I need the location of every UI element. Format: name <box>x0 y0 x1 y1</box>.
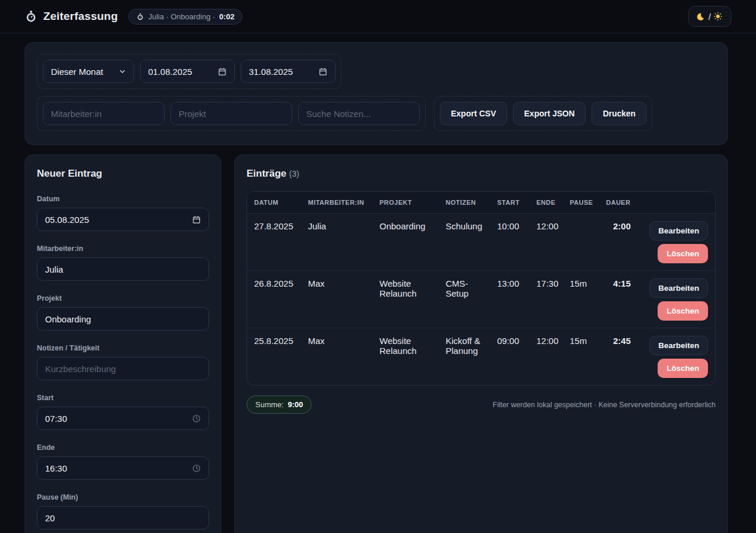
date-to-input[interactable] <box>241 60 336 83</box>
col-header-start: START <box>490 192 529 214</box>
stopwatch-icon <box>25 10 37 23</box>
field-label: Start <box>37 394 209 402</box>
projekt-input[interactable] <box>37 307 209 331</box>
theme-separator: / <box>709 12 711 22</box>
field-mitarbeiter: Mitarbeiter:in <box>37 245 209 281</box>
date-from-input[interactable] <box>140 60 235 83</box>
cell-pause: 15m <box>563 271 599 328</box>
search-notes-input[interactable] <box>298 102 420 125</box>
text-filter-group <box>37 96 426 131</box>
col-header-actions <box>639 192 715 214</box>
field-projekt: Projekt <box>37 294 209 331</box>
app-brand: Zeiterfassung <box>25 10 118 23</box>
datum-input[interactable] <box>37 208 209 231</box>
col-header-dauer: DAUER <box>599 192 639 214</box>
col-header-mitarbeiter: MITARBEITER:IN <box>301 192 372 214</box>
start-input[interactable] <box>37 407 209 430</box>
cell-ende: 12:00 <box>529 328 563 386</box>
notizen-input[interactable] <box>37 357 209 380</box>
col-header-datum: DATUM <box>247 192 301 214</box>
table-header-row: DATUM MITARBEITER:IN PROJEKT NOTIZEN STA… <box>247 192 715 214</box>
session-label: Julia · Onboarding · <box>148 12 215 21</box>
moon-icon <box>697 12 706 21</box>
mitarbeiter-input[interactable] <box>37 257 209 281</box>
entries-table: DATUM MITARBEITER:IN PROJEKT NOTIZEN STA… <box>247 191 716 386</box>
sum-value: 9:00 <box>288 400 303 409</box>
date-to-value[interactable] <box>249 67 313 77</box>
table-row: 27.8.2025 Julia Onboarding Schulung 10:0… <box>247 214 715 271</box>
entries-title: Einträge (3) <box>247 168 716 180</box>
employee-filter-field[interactable] <box>51 109 156 119</box>
table-row: 26.8.2025 Max Website Relaunch CMS-Setup… <box>247 271 715 328</box>
delete-button[interactable]: Löschen <box>658 359 708 378</box>
col-header-notizen: NOTIZEN <box>439 192 490 214</box>
export-json-button[interactable]: Export JSON <box>513 102 586 125</box>
project-filter-field[interactable] <box>179 109 284 119</box>
filter-panel: Dieser Monat <box>25 42 728 145</box>
calendar-icon[interactable] <box>218 67 227 76</box>
page-title: Zeiterfassung <box>43 10 118 23</box>
theme-toggle-button[interactable]: / <box>688 6 731 27</box>
cell-actions: Bearbeiten Löschen <box>639 271 715 328</box>
edit-button[interactable]: Bearbeiten <box>649 278 708 298</box>
col-header-projekt: PROJEKT <box>372 192 439 214</box>
entries-panel: Einträge (3) DATUM MITARBEITER:IN PROJEK… <box>234 154 728 533</box>
cell-dauer: 2:00 <box>599 214 639 271</box>
employee-filter-input[interactable] <box>43 102 165 125</box>
cell-pause: 15m <box>563 328 599 386</box>
cell-dauer: 4:15 <box>599 271 639 328</box>
cell-mitarbeiter: Julia <box>301 214 372 271</box>
field-datum: Datum <box>37 195 209 231</box>
export-csv-button[interactable]: Export CSV <box>440 102 507 125</box>
cell-start: 10:00 <box>490 214 529 271</box>
projekt-value[interactable] <box>45 314 201 324</box>
ende-value[interactable] <box>45 463 187 473</box>
range-select[interactable]: Dieser Monat <box>43 60 134 83</box>
pause-value[interactable] <box>45 513 201 523</box>
active-session-badge: Julia · Onboarding · 0:02 <box>128 9 242 25</box>
start-value[interactable] <box>45 414 187 424</box>
ende-input[interactable] <box>37 456 209 480</box>
col-header-pause: PAUSE <box>563 192 599 214</box>
cell-ende: 12:00 <box>529 214 563 271</box>
field-label: Notizen / Tätigkeit <box>37 344 209 352</box>
edit-button[interactable]: Bearbeiten <box>649 221 708 240</box>
date-from-value[interactable] <box>148 67 212 77</box>
clock-icon[interactable] <box>192 414 201 423</box>
table-row: 25.8.2025 Max Website Relaunch Kickoff &… <box>247 328 715 386</box>
cell-dauer: 2:45 <box>599 328 639 386</box>
cell-start: 09:00 <box>490 328 529 386</box>
session-timer: 0:02 <box>219 12 234 21</box>
pause-input[interactable] <box>37 506 209 529</box>
project-filter-input[interactable] <box>170 102 292 125</box>
cell-start: 13:00 <box>490 271 529 328</box>
field-notizen: Notizen / Tätigkeit <box>37 344 209 380</box>
edit-button[interactable]: Bearbeiten <box>649 336 708 355</box>
cell-notizen: CMS-Setup <box>439 271 490 328</box>
cell-mitarbeiter: Max <box>301 328 372 386</box>
field-ende: Ende <box>37 443 209 480</box>
mitarbeiter-value[interactable] <box>45 264 201 274</box>
clock-icon[interactable] <box>192 464 201 473</box>
cell-ende: 17:30 <box>529 271 563 328</box>
cell-notizen: Kickoff & Planung <box>439 328 490 386</box>
field-label: Mitarbeiter:in <box>37 245 209 253</box>
field-pause: Pause (Min) <box>37 493 209 529</box>
cell-pause <box>563 214 599 271</box>
field-label: Pause (Min) <box>37 493 209 501</box>
form-title: Neuer Eintrag <box>37 168 209 180</box>
print-button[interactable]: Drucken <box>591 102 646 125</box>
notizen-value[interactable] <box>45 364 201 374</box>
sun-icon <box>713 12 723 21</box>
datum-value[interactable] <box>45 215 187 225</box>
col-header-ende: ENDE <box>529 192 563 214</box>
calendar-icon[interactable] <box>319 67 327 76</box>
search-notes-field[interactable] <box>306 109 412 119</box>
delete-button[interactable]: Löschen <box>658 244 708 263</box>
cell-projekt: Onboarding <box>372 214 439 271</box>
cell-mitarbeiter: Max <box>301 271 372 328</box>
calendar-icon[interactable] <box>192 215 201 224</box>
field-label: Ende <box>37 443 209 452</box>
stopwatch-icon <box>136 13 144 20</box>
delete-button[interactable]: Löschen <box>658 301 708 321</box>
